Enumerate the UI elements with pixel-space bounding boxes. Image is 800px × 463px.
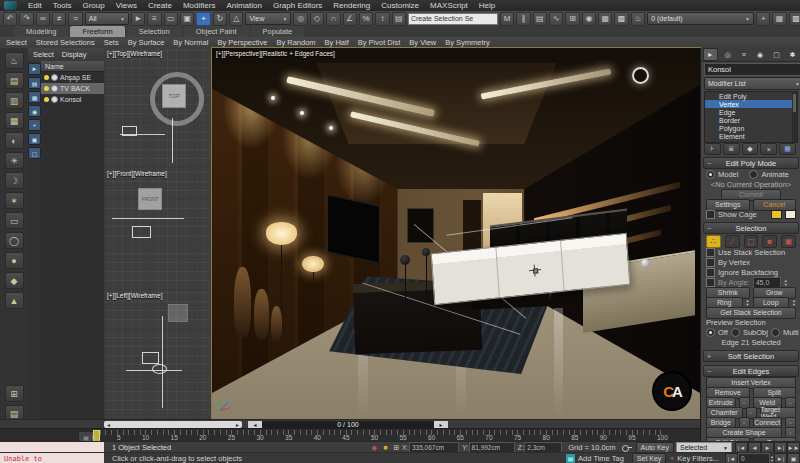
menu-item[interactable]: Group [82,1,104,10]
unlink-icon[interactable]: ≠ [52,12,66,26]
menu-item[interactable]: Tools [53,1,72,10]
transform-gizmo[interactable] [528,264,541,277]
stack-item[interactable]: Polygon [705,124,797,132]
left-toolbar-icon[interactable]: ✶ [5,192,24,209]
subobject-level-icon[interactable]: ■ [762,235,777,248]
isolate-selection-icon[interactable]: ◆ [369,443,380,453]
viewcube-left-face[interactable] [168,304,188,322]
subobject-level-icon[interactable]: ∴ [706,235,721,248]
command-panel-tab-icon[interactable]: ◎ [721,49,734,60]
get-stack-selection-button[interactable]: Get Stack Selection [706,307,796,319]
ribbon-tool-button[interactable]: By Surface [128,38,165,47]
by-vertex-checkbox[interactable] [706,258,715,267]
align-icon[interactable]: ∥ [516,12,530,26]
subobject-level-icon[interactable]: ▣ [781,235,796,248]
left-toolbar-icon[interactable]: ☀ [5,152,24,169]
viewport-left-label[interactable]: [+][Left][Wireframe] [107,292,162,299]
bind-spacewarp-icon[interactable]: ≈ [68,12,82,26]
set-key-button[interactable]: Set Key [632,453,667,463]
command-panel-tab-icon[interactable]: ◉ [754,49,767,60]
menu-item[interactable]: MAXScript [430,1,468,10]
use-pivot-center-icon[interactable]: ◎ [293,12,307,26]
reference-coordinate-dropdown[interactable]: View▼ [245,12,291,25]
object-name-field[interactable]: Konsol [704,63,800,76]
left-toolbar-bottom-icon[interactable]: ⊞ [5,385,24,402]
subobject-level-icon[interactable]: ▢ [744,235,759,248]
menu-item[interactable]: Modifiers [183,1,215,10]
left-toolbar-icon[interactable]: ▭ [5,212,24,229]
app-logo-icon[interactable] [4,1,17,10]
named-selection-set-field[interactable] [408,13,498,25]
ribbon-tab[interactable]: Modeling [14,26,68,37]
modifier-list-dropdown[interactable]: Modifier List▼ [704,77,800,90]
explorer-horizontal-scrollbar[interactable]: ◄ ► [104,421,242,428]
cancel-button[interactable]: Cancel [753,199,797,211]
explorer-object-row[interactable]: Konsol [41,94,104,105]
menu-item[interactable]: Views [116,1,137,10]
left-toolbar-icon[interactable]: ♨ [5,52,24,69]
ribbon-tab[interactable]: Object Paint [184,26,249,37]
explorer-tool-icon[interactable]: ▣ [28,133,41,145]
viewport-left[interactable]: [+][Left][Wireframe] [104,290,213,420]
scroll-right-icon[interactable]: ► [235,422,240,428]
angle-spinner[interactable]: ▲▼ [784,279,788,287]
schematic-view-icon[interactable]: ⊞ [565,12,579,26]
ribbon-tool-button[interactable]: Stored Selections [36,38,95,47]
key-filters-label[interactable]: Key Filters... [677,454,719,463]
move-tool-icon[interactable]: + [196,12,210,26]
menu-item[interactable]: Edit [28,1,42,10]
command-panel-tab-icon[interactable]: ► [703,48,718,61]
ignore-backfacing-checkbox[interactable] [706,268,715,277]
new-layer-icon[interactable]: ▦ [772,12,786,26]
by-angle-checkbox[interactable] [706,278,715,287]
angle-snap-icon[interactable]: ∠ [343,12,357,26]
named-selection-sets-icon[interactable]: ▤ [392,12,406,26]
menu-item[interactable]: Customize [381,1,419,10]
select-manipulate-icon[interactable]: ◇ [310,12,324,26]
select-object-icon[interactable]: ► [131,12,145,26]
explorer-tool-icon[interactable]: + [28,119,41,131]
explorer-select-menu[interactable]: Select [33,50,54,59]
rendered-frame-window-icon[interactable]: ▩ [614,12,628,26]
viewport-front-label[interactable]: [+][Front][Wireframe] [107,170,167,177]
ribbon-tool-button[interactable]: By View [409,38,436,47]
selection-lock-icon[interactable]: ■ [380,443,391,453]
left-toolbar-icon[interactable]: ▲ [5,292,24,309]
left-toolbar-icon[interactable]: ▦ [5,112,24,129]
object-visibility-icon[interactable] [51,74,58,81]
preview-off-radio[interactable] [706,328,715,337]
ribbon-tab[interactable]: Populate [251,26,305,37]
left-toolbar-icon[interactable]: ▤ [5,72,24,89]
add-time-tag-label[interactable]: Add Time Tag [578,454,624,463]
stack-item[interactable]: Border [705,116,797,124]
snap-toggle-icon[interactable]: ∩ [326,12,340,26]
explorer-tool-icon[interactable]: ▤ [28,77,41,89]
selection-filter-dropdown[interactable]: All▼ [85,12,129,25]
explorer-name-header[interactable]: Name [41,61,104,72]
stack-tool-icon[interactable]: ⊦ [704,143,721,155]
left-toolbar-icon[interactable]: ◆ [5,272,24,289]
ribbon-tab[interactable]: Freeform [70,26,124,37]
cage-color-swatch[interactable] [771,210,782,219]
rollout-selection[interactable]: Selection [703,222,799,234]
rollout-edit-poly-mode[interactable]: Edit Poly Mode [703,157,799,169]
explorer-object-row[interactable]: TV BACK [41,83,104,94]
select-link-icon[interactable]: ∞ [36,12,50,26]
current-frame-field[interactable]: 0 [738,453,770,463]
ribbon-tool-button[interactable]: By Normal [173,38,208,47]
left-toolbar-icon[interactable]: ☽ [5,172,24,189]
ribbon-tool-button[interactable]: By Perspective [217,38,267,47]
explorer-display-menu[interactable]: Display [62,50,87,59]
loop-spinner[interactable]: ▲▼ [792,299,796,307]
preview-subobj-radio[interactable] [731,328,740,337]
explorer-tool-icon[interactable]: ► [28,63,41,75]
command-panel-tab-icon[interactable]: ✱ [786,49,799,60]
use-stack-selection-checkbox[interactable] [706,248,715,257]
render-production-icon[interactable]: ♨ [631,12,645,26]
viewport-perspective[interactable]: C A [+][Perspective][Realistic + Edged F… [212,48,700,419]
key-filters-icon[interactable]: ✶ [666,454,677,463]
ribbon-tool-button[interactable]: Sets [104,38,119,47]
stack-tool-icon[interactable]: ≣ [723,143,740,155]
mirror-icon[interactable]: M [500,12,514,26]
rotate-tool-icon[interactable]: ↻ [213,12,227,26]
